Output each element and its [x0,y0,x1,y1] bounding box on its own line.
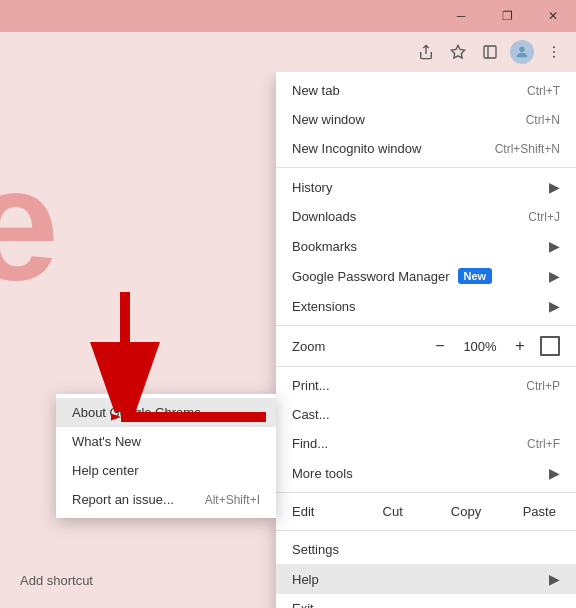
svg-point-6 [553,56,555,58]
menu-item-new-incognito[interactable]: New Incognito window Ctrl+Shift+N [276,134,576,163]
zoom-row: Zoom − 100% + [276,330,576,362]
edit-row: Edit Cut Copy Paste [276,497,576,526]
close-button[interactable]: ✕ [530,0,576,32]
zoom-value-display: 100% [460,339,500,354]
minimize-button[interactable]: ─ [438,0,484,32]
menu-item-password-manager[interactable]: Google Password Manager New ▶ [276,261,576,291]
menu-item-print[interactable]: Print... Ctrl+P [276,371,576,400]
paste-button[interactable]: Paste [503,497,576,526]
menu-item-new-tab[interactable]: New tab Ctrl+T [276,76,576,105]
separator-2 [276,325,576,326]
cut-button[interactable]: Cut [356,497,429,526]
svg-point-3 [519,47,524,52]
menu-item-cast[interactable]: Cast... [276,400,576,429]
menu-item-find[interactable]: Find... Ctrl+F [276,429,576,458]
menu-item-settings[interactable]: Settings [276,535,576,564]
separator-5 [276,530,576,531]
svg-marker-0 [451,45,464,58]
title-bar: ─ ❐ ✕ [0,0,576,32]
copy-button[interactable]: Copy [429,497,502,526]
main-content: e Add shortcut New tab Ctrl+T New window… [0,72,576,608]
zoom-out-button[interactable]: − [428,334,452,358]
chrome-menu: New tab Ctrl+T New window Ctrl+N New Inc… [276,72,576,608]
browser-toolbar [0,32,576,72]
submenu-item-whats-new[interactable]: What's New [56,427,276,456]
separator-3 [276,366,576,367]
zoom-in-button[interactable]: + [508,334,532,358]
svg-rect-1 [484,46,496,58]
submenu-item-about-chrome[interactable]: About Google Chrome [56,398,276,427]
share-icon[interactable] [412,38,440,66]
separator-1 [276,167,576,168]
menu-item-more-tools[interactable]: More tools ▶ [276,458,576,488]
menu-item-new-window[interactable]: New window Ctrl+N [276,105,576,134]
separator-4 [276,492,576,493]
menu-icon[interactable] [540,38,568,66]
svg-point-5 [553,51,555,53]
fullscreen-button[interactable] [540,336,560,356]
profile-icon[interactable] [508,38,536,66]
menu-item-extensions[interactable]: Extensions ▶ [276,291,576,321]
sidebar-toggle-icon[interactable] [476,38,504,66]
menu-item-help[interactable]: Help ▶ [276,564,576,594]
menu-item-downloads[interactable]: Downloads Ctrl+J [276,202,576,231]
add-shortcut-button[interactable]: Add shortcut [20,573,93,588]
restore-button[interactable]: ❐ [484,0,530,32]
menu-item-bookmarks[interactable]: Bookmarks ▶ [276,231,576,261]
submenu-item-help-center[interactable]: Help center [56,456,276,485]
google-letter-decoration: e [0,132,59,316]
menu-item-history[interactable]: History ▶ [276,172,576,202]
new-badge: New [458,268,493,284]
help-submenu: About Google Chrome What's New Help cent… [56,394,276,518]
bookmark-icon[interactable] [444,38,472,66]
svg-point-4 [553,46,555,48]
menu-item-exit[interactable]: Exit [276,594,576,608]
submenu-item-report-issue[interactable]: Report an issue... Alt+Shift+I [56,485,276,514]
